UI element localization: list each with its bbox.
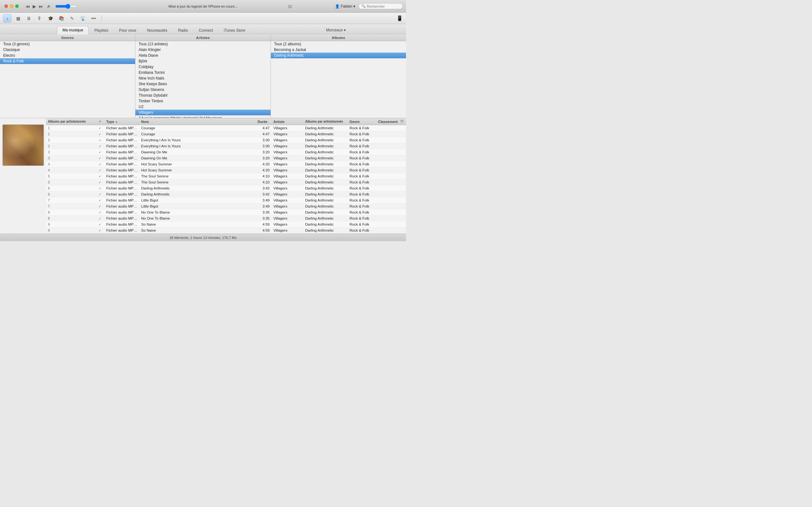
table-row[interactable]: 4 ✓ Fichier audio MPEG Hot Scary Summer …: [46, 167, 406, 173]
td-name: The Soul Serene: [139, 180, 248, 184]
artiste-thomas-dybdahl[interactable]: Thomas Dybdahl: [136, 93, 270, 98]
album-darling-arithmetic[interactable]: Darling Arithmetic: [271, 53, 406, 58]
table-row[interactable]: 2 ✓ Fichier audio MPEG Everything I Am I…: [46, 137, 406, 143]
volume-slider[interactable]: [55, 4, 78, 9]
table-row[interactable]: 7 ✓ Fichier audio MPEG Little Bigot 3:49…: [46, 204, 406, 210]
table-row[interactable]: 5 ✓ Fichier audio MPEG The Soul Serene 4…: [46, 173, 406, 179]
td-genre: Rock & Folk: [348, 205, 376, 208]
td-artist: Villagers: [271, 199, 303, 202]
photo-icon-btn[interactable]: ✎: [68, 14, 76, 22]
artiste-bjork[interactable]: Björk: [136, 58, 270, 64]
artiste-villagers[interactable]: Villagers: [136, 110, 270, 115]
device-icon[interactable]: 📱: [397, 15, 403, 21]
table-row[interactable]: 5 ✓ Fichier audio MPEG The Soul Serene 4…: [46, 179, 406, 185]
td-genre: Rock & Folk: [348, 192, 376, 196]
genre-tous[interactable]: Tous (3 genres): [0, 41, 135, 47]
album-becoming-a-jackal[interactable]: Becoming a Jackal: [271, 47, 406, 53]
table-row[interactable]: 2 ✓ Fichier audio MPEG Everything I Am I…: [46, 143, 406, 149]
tab-pour-vous[interactable]: Pour vous: [114, 26, 141, 34]
artiste-nine-inch-nails[interactable]: Nine Inch Nails: [136, 75, 270, 81]
td-album: Darling Arithmetic: [303, 168, 348, 172]
th-nom[interactable]: Nom: [139, 120, 248, 124]
artiste-u2[interactable]: U2: [136, 104, 270, 110]
td-type: Fichier audio MPEG: [104, 156, 139, 160]
th-genre[interactable]: Genre: [348, 120, 376, 124]
table-row[interactable]: 3 ✓ Fichier audio MPEG Dawning On Me 3:2…: [46, 149, 406, 155]
course-icon-btn[interactable]: 🎓: [46, 14, 55, 22]
td-check: ✓: [97, 223, 104, 226]
genre-classique[interactable]: Classique: [0, 47, 135, 53]
th-type[interactable]: Type ▲: [104, 120, 139, 124]
tab-itunes-store[interactable]: iTunes Store: [219, 26, 251, 34]
user-menu[interactable]: 👤 Fabien ▾: [335, 4, 355, 9]
td-type: Fichier audio MPEG: [104, 138, 139, 142]
airplay-button[interactable]: ⊡: [288, 4, 292, 9]
table-row[interactable]: 9 ✓ Fichier audio MPEG So Naive 4:59 Vil…: [46, 228, 406, 233]
artiste-2-aura[interactable]: 2 Aura/ in memoriam Witold Lutoslawski/ …: [136, 115, 270, 118]
table-row[interactable]: 1 ✓ Fichier audio MPEG Courage 4:47 Vill…: [46, 125, 406, 131]
table-row[interactable]: 7 ✓ Fichier audio MPEG Little Bigot 3:49…: [46, 198, 406, 204]
th-fav: ♡: [398, 119, 406, 124]
album-tous[interactable]: Tous (2 albums): [271, 41, 406, 47]
prev-button[interactable]: ⏮: [26, 4, 30, 9]
td-check: ✓: [97, 175, 104, 178]
music-icon-btn[interactable]: ♪: [3, 14, 11, 22]
td-album: Darling Arithmetic: [303, 228, 348, 232]
th-album[interactable]: Albums par artiste/année: [303, 120, 348, 123]
now-playing-display: Mise à jour du logiciel de l'iPhone en c…: [168, 4, 237, 8]
search-input[interactable]: [367, 4, 402, 8]
table-row[interactable]: 8 ✓ Fichier audio MPEG No One To Blame 3…: [46, 210, 406, 216]
radio-tower-icon-btn[interactable]: 📡: [79, 14, 87, 22]
td-album: Darling Arithmetic: [303, 180, 348, 184]
table-row[interactable]: 4 ✓ Fichier audio MPEG Hot Scary Summer …: [46, 161, 406, 167]
artistes-list: Tous (13 artistes) Alain Klingler Alela …: [136, 41, 270, 118]
th-classement[interactable]: Classement: [376, 120, 398, 124]
td-duration: 3:20: [256, 156, 271, 160]
th-artiste[interactable]: Artiste: [271, 120, 303, 124]
td-type: Fichier audio MPEG: [104, 180, 139, 184]
table-row[interactable]: 3 ✓ Fichier audio MPEG Dawning On Me 3:2…: [46, 155, 406, 161]
td-check: ✓: [97, 211, 104, 214]
td-duration: 3:20: [256, 150, 271, 154]
book-icon-btn[interactable]: 📚: [57, 14, 65, 22]
td-genre: Rock & Folk: [348, 126, 376, 130]
next-button[interactable]: ⏭: [39, 4, 43, 9]
table-row[interactable]: 6 ✓ Fichier audio MPEG Darling Arithmeti…: [46, 185, 406, 191]
th-duree[interactable]: Durée: [256, 120, 271, 124]
td-num: 1: [46, 126, 97, 130]
table-row[interactable]: 6 ✓ Fichier audio MPEG Darling Arithmeti…: [46, 191, 406, 198]
tab-playlists[interactable]: Playlists: [89, 26, 113, 34]
artiste-sufjan-stevens[interactable]: Sufjan Stevens: [136, 87, 270, 93]
table-row[interactable]: 8 ✓ Fichier audio MPEG No One To Blame 3…: [46, 216, 406, 222]
tab-radio[interactable]: Radio: [173, 26, 193, 34]
tab-connect[interactable]: Connect: [194, 26, 218, 34]
genre-electro[interactable]: Electro: [0, 53, 135, 58]
artiste-alain-klingler[interactable]: Alain Klingler: [136, 47, 270, 53]
tab-ma-musique[interactable]: Ma musique: [57, 26, 89, 34]
minimize-button[interactable]: [10, 4, 13, 8]
artiste-coldplay[interactable]: Coldplay: [136, 64, 270, 70]
artiste-timber-timbre[interactable]: Timber Timbre: [136, 98, 270, 104]
play-button[interactable]: ▶: [33, 4, 36, 9]
td-check: ✓: [97, 126, 104, 130]
genre-rock-folk[interactable]: Rock & Folk: [0, 58, 135, 64]
tab-nouveautes[interactable]: Nouveautés: [142, 26, 172, 34]
media-icon-btn[interactable]: ▦: [14, 14, 22, 22]
more-icon-btn[interactable]: •••: [90, 14, 98, 22]
table-row[interactable]: 1 ✓ Fichier audio MPEG Courage 4:47 Vill…: [46, 131, 406, 137]
th-albums-header[interactable]: Albums par artiste/année: [46, 120, 97, 123]
td-genre: Rock & Folk: [348, 156, 376, 160]
podcast-icon-btn[interactable]: 🎙: [36, 14, 44, 22]
close-button[interactable]: [4, 4, 8, 8]
artiste-emiliana-torrini[interactable]: Emiliana Torrini: [136, 70, 270, 75]
artiste-alela-diane[interactable]: Alela Diane: [136, 53, 270, 58]
td-name: The Soul Serene: [139, 174, 248, 178]
album-art-panel: [0, 118, 46, 233]
morceaux-dropdown[interactable]: Morceaux ▾: [323, 26, 349, 34]
td-artist: Villagers: [271, 126, 303, 130]
artiste-she-keeps-bees[interactable]: She Keeps Bees: [136, 81, 270, 87]
maximize-button[interactable]: [15, 4, 19, 8]
table-row[interactable]: 9 ✓ Fichier audio MPEG So Naive 4:59 Vil…: [46, 222, 406, 228]
display-icon-btn[interactable]: 🖥: [25, 14, 33, 22]
artiste-tous[interactable]: Tous (13 artistes): [136, 41, 270, 47]
